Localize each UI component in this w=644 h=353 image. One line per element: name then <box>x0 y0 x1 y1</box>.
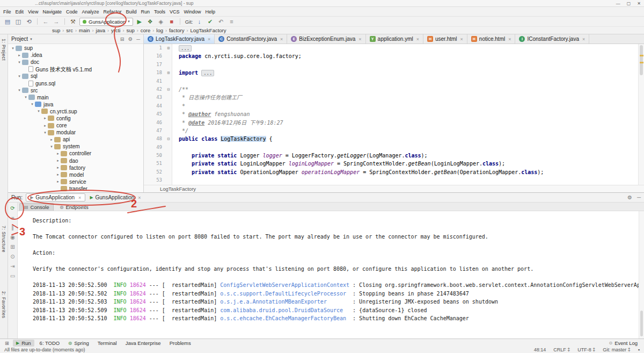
hide-icon[interactable]: ─ <box>136 36 140 42</box>
breadcrumb-item-core[interactable]: core <box>140 27 151 33</box>
menu-code[interactable]: Code <box>64 9 80 15</box>
run-tab-gunsapplication-2[interactable]: ▶GunsApplication× <box>85 193 145 201</box>
tree-item-idea[interactable]: ▸.idea <box>8 52 143 59</box>
error-stripe-mark[interactable] <box>640 55 643 56</box>
toolwindow-button-favorites[interactable]: 2: Favorites <box>1 291 6 318</box>
code-text[interactable]: public class LogTaskFactory { <box>172 135 273 143</box>
restore-layout-icon[interactable]: ⊞ <box>10 244 14 251</box>
run-tab-gunsapplication-1[interactable]: ▶GunsApplication× <box>26 193 85 201</box>
debug-icon[interactable]: ❖ <box>146 18 155 25</box>
menu-edit[interactable]: Edit <box>13 9 26 15</box>
editor-scrollbar[interactable] <box>638 44 644 185</box>
commit-icon[interactable]: ✔ <box>206 18 214 25</box>
menu-view[interactable]: View <box>26 9 40 15</box>
code-text[interactable]: */ <box>172 127 188 135</box>
chevron-icon[interactable]: ▾ <box>10 46 16 51</box>
chevron-icon[interactable]: ▸ <box>42 124 48 128</box>
editor-tab-notice-html[interactable]: Hnotice.html× <box>467 34 516 44</box>
fold-marker-icon[interactable]: ⊟ <box>165 135 172 143</box>
scrollbar-thumb[interactable] <box>640 311 643 336</box>
editor-tab-bizexceptionenum-java[interactable]: EBizExceptionEnum.java× <box>287 34 365 44</box>
lock-icon[interactable]: ▪ <box>638 347 640 352</box>
statusbar-button-event-log[interactable]: ⊙Event Log <box>606 340 641 347</box>
scroll-to-end-icon[interactable]: ⇥ <box>10 263 14 270</box>
hide-icon[interactable]: ─ <box>637 194 641 200</box>
pin-tab-icon[interactable]: ⊙ <box>10 254 14 261</box>
breadcrumb-item-main[interactable]: main <box>78 27 91 33</box>
editor-tab-constantfactory-java[interactable]: CConstantFactory.java× <box>215 34 287 44</box>
console-log-line[interactable]: 2018-11-13 20:50:52.509 INFO 18624 --- [… <box>33 306 644 315</box>
coverage-icon[interactable]: ◈ <box>157 18 165 25</box>
code-text[interactable] <box>172 176 179 184</box>
editor-breadcrumb[interactable]: LogTaskFactory <box>144 185 644 192</box>
editor-tab-application-yml[interactable]: Yapplication.yml× <box>366 34 423 44</box>
fold-marker-icon[interactable]: ⊞ <box>165 69 172 77</box>
statusbar-button-spring[interactable]: ◍Spring <box>65 340 92 347</box>
code-text[interactable]: /** <box>172 85 188 93</box>
run-icon[interactable]: ▶ <box>135 18 144 25</box>
chevron-icon[interactable]: ▸ <box>42 116 48 120</box>
chevron-icon[interactable]: ▾ <box>49 145 54 149</box>
close-tab-icon[interactable]: × <box>208 37 210 42</box>
tool-window-switcher-icon[interactable]: ⊞ <box>3 340 11 346</box>
close-tab-icon[interactable]: × <box>416 37 419 42</box>
close-tab-icon[interactable]: × <box>138 195 141 200</box>
chevron-icon[interactable]: ▾ <box>17 88 22 92</box>
chevron-icon[interactable]: ▾ <box>36 109 41 113</box>
menu-tools[interactable]: Tools <box>152 9 167 15</box>
tree-item-src[interactable]: ▾src <box>8 87 143 94</box>
chevron-icon[interactable]: ▸ <box>55 152 61 156</box>
code-text[interactable]: private static LoginLogMapper loginLogMa… <box>172 160 505 168</box>
tree-item-main[interactable]: ▾main <box>8 94 143 101</box>
chevron-icon[interactable]: ▸ <box>55 165 61 170</box>
statusbar-button-terminal[interactable]: Terminal <box>94 340 120 347</box>
chevron-icon[interactable]: ▸ <box>49 138 54 142</box>
code-text[interactable]: * @author fengshuonan <box>172 110 250 118</box>
tree-item-guns-v5-1-md[interactable]: Guns 技术文档 v5.1.md <box>8 66 143 73</box>
tree-item-api[interactable]: ▸api <box>8 136 143 143</box>
code-text[interactable] <box>172 143 179 152</box>
code-editor[interactable]: 1⊞...16package cn.yrcti.sup.core.log.fac… <box>144 44 644 185</box>
chevron-icon[interactable]: ▸ <box>17 53 22 57</box>
tab-console[interactable]: ▤Console <box>19 203 54 211</box>
history-icon[interactable]: ≡ <box>227 18 236 25</box>
tree-item-model[interactable]: ▸model <box>8 171 143 178</box>
sync-icon[interactable]: ⟲ <box>25 18 33 25</box>
breadcrumb-item-factory[interactable]: factory <box>168 27 186 33</box>
breadcrumb-item-src[interactable]: src <box>65 27 74 33</box>
menu-help[interactable]: Help <box>203 9 218 15</box>
close-tab-icon[interactable]: × <box>78 195 81 200</box>
editor-tab-user-html[interactable]: Huser.html× <box>423 34 467 44</box>
tab-endpoints[interactable]: ◍Endpoints <box>55 204 92 211</box>
code-text[interactable]: import ... <box>172 69 214 77</box>
tree-item-system[interactable]: ▾system <box>8 143 143 150</box>
console-log-line[interactable]: 2018-11-13 20:50:52.510 INFO 18624 --- [… <box>33 314 644 323</box>
menu-navigate[interactable]: Navigate <box>40 9 64 15</box>
close-icon[interactable]: ✕ <box>637 1 641 6</box>
tree-item-dao[interactable]: ▸dao <box>8 157 143 164</box>
breadcrumb-item-sup[interactable]: sup <box>51 27 61 33</box>
rollback-icon[interactable]: ↶ <box>216 18 225 25</box>
menu-refactor[interactable]: Refactor <box>101 9 123 15</box>
chevron-icon[interactable]: ▸ <box>55 159 61 163</box>
line-separator[interactable]: CRLF ‡ <box>553 347 570 352</box>
breadcrumb-item-sup[interactable]: sup <box>125 27 135 33</box>
console-scrollbar[interactable] <box>639 211 644 338</box>
settings-icon[interactable]: ⚙ <box>128 36 133 42</box>
fold-marker-icon[interactable]: ⊞ <box>165 44 172 52</box>
tree-item-sup[interactable]: ▾sup <box>8 45 143 52</box>
menu-file[interactable]: File <box>1 9 13 15</box>
menu-analyze[interactable]: Analyze <box>79 9 101 15</box>
fold-marker-icon[interactable]: ⊟ <box>165 85 172 93</box>
menu-build[interactable]: Build <box>123 9 138 15</box>
back-icon[interactable]: ← <box>41 18 50 25</box>
chevron-icon[interactable]: ▸ <box>55 179 61 184</box>
scrollbar-thumb[interactable] <box>640 45 643 75</box>
menu-run[interactable]: Run <box>139 9 152 15</box>
code-text[interactable] <box>172 77 179 85</box>
code-text[interactable]: * 日志操作任务创建工厂 <box>172 93 242 102</box>
forward-icon[interactable]: → <box>52 18 61 25</box>
clear-all-icon[interactable]: ▭ <box>10 273 15 280</box>
tree-item-controller[interactable]: ▸controller <box>8 150 143 157</box>
project-panel-title[interactable]: Project <box>11 36 28 42</box>
